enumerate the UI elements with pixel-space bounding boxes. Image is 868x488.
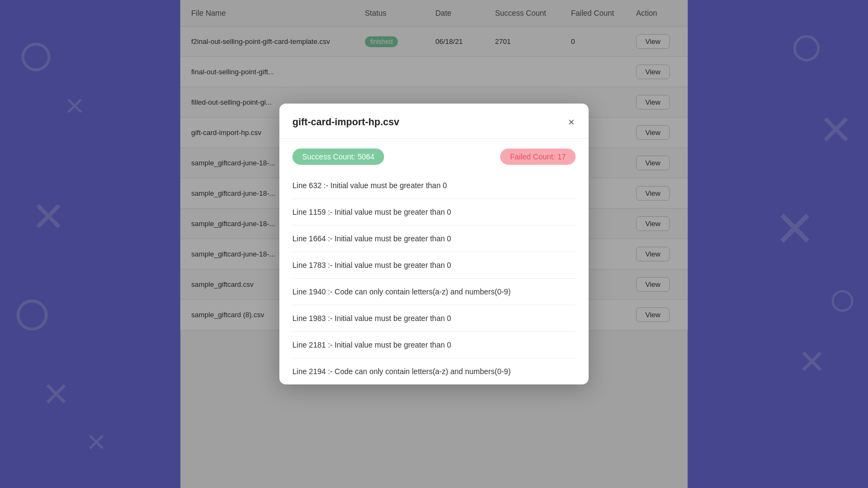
error-item: Line 1159 :- Initial value must be great… bbox=[292, 199, 576, 226]
modal-close-button[interactable]: × bbox=[567, 115, 576, 129]
error-item: Line 1940 :- Code can only contain lette… bbox=[292, 279, 576, 305]
error-item: Line 1783 :- Initial value must be great… bbox=[292, 252, 576, 279]
error-item: Line 1983 :- Initial value must be great… bbox=[292, 305, 576, 332]
modal-overlay[interactable]: gift-card-import-hp.csv × Success Count:… bbox=[0, 0, 868, 488]
modal-title: gift-card-import-hp.csv bbox=[292, 117, 399, 128]
modal-counts: Success Count: 5064 Failed Count: 17 bbox=[279, 139, 589, 172]
success-count-badge: Success Count: 5064 bbox=[292, 149, 384, 165]
modal-header: gift-card-import-hp.csv × bbox=[279, 104, 589, 139]
failed-count-badge: Failed Count: 17 bbox=[500, 149, 576, 165]
error-item: Line 2181 :- Initial value must be great… bbox=[292, 332, 576, 358]
error-item: Line 2194 :- Code can only contain lette… bbox=[292, 358, 576, 384]
modal: gift-card-import-hp.csv × Success Count:… bbox=[279, 104, 589, 384]
error-item: Line 632 :- Initial value must be greate… bbox=[292, 172, 576, 199]
modal-error-list: Line 632 :- Initial value must be greate… bbox=[279, 172, 589, 384]
error-item: Line 1664 :- Initial value must be great… bbox=[292, 226, 576, 252]
